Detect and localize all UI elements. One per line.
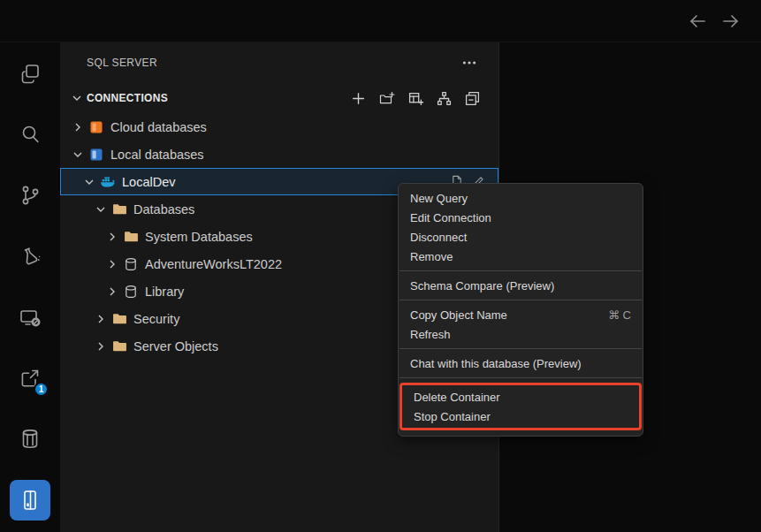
sidebar-header: SQL SERVER [60,42,498,83]
tree-item-label: Databases [133,202,194,217]
menu-item-remove[interactable]: Remove [399,247,643,266]
menu-item-schema-compare[interactable]: Schema Compare (Preview) [399,276,643,295]
connections-section-header[interactable]: CONNECTIONS [60,83,498,113]
connect-icon[interactable] [436,90,453,107]
tree-item-label: LocalDev [122,175,175,189]
chevron-right-icon[interactable] [104,285,120,299]
folder-icon [110,311,128,326]
annotation-highlight-box: Delete Container Stop Container [400,383,642,430]
chevron-right-icon[interactable] [93,312,109,326]
database-icon [122,257,140,271]
menu-item-disconnect[interactable]: Disconnect [399,227,643,247]
source-control-icon[interactable] [0,164,60,225]
shortcut-hint: ⌘ C [608,308,631,322]
menu-item-copy-object-name[interactable]: Copy Object Name ⌘ C [399,305,643,324]
chevron-right-icon[interactable] [104,230,120,244]
menu-separator [400,300,642,300]
forward-arrow-icon[interactable] [720,11,742,32]
search-icon[interactable] [0,103,60,164]
menu-item-chat-with-database[interactable]: Chat with this database (Preview) [399,353,643,373]
remote-screen-icon[interactable] [0,286,60,347]
menu-separator [400,348,642,349]
new-connection-group-icon[interactable] [378,90,396,107]
chevron-down-icon [69,91,85,105]
tree-item-label: Security [133,312,179,326]
beaker-icon[interactable] [0,225,60,286]
section-toolbar [350,90,481,107]
menu-item-refresh[interactable]: Refresh [399,324,643,344]
activity-bar: 1 [0,42,60,532]
new-server-group-icon[interactable] [407,90,424,107]
folder-icon [110,201,128,217]
add-connection-icon[interactable] [350,90,367,107]
chevron-right-icon[interactable] [70,120,86,134]
chevron-right-icon[interactable] [104,257,120,271]
database-icon [122,285,140,299]
menu-item-edit-connection[interactable]: Edit Connection [399,208,643,227]
tree-item-label: Cloud databases [110,120,207,134]
tree-item-label: Local databases [110,148,204,162]
back-arrow-icon[interactable] [687,11,708,32]
chevron-down-icon[interactable] [70,148,86,162]
folder-icon [110,338,128,353]
docker-icon [99,175,117,188]
folder-icon [122,229,140,244]
app-window: 1 SQL SERVER CONNECTIONS [0,0,761,532]
section-label: CONNECTIONS [87,92,168,104]
more-actions-icon[interactable] [461,55,477,71]
cloud-database-icon [88,120,105,134]
container-barrel-icon[interactable] [0,408,60,469]
sql-server-icon[interactable] [0,469,60,530]
copy-icon[interactable] [0,42,60,103]
export-box-icon[interactable]: 1 [0,347,60,408]
title-bar [0,0,761,42]
context-menu: New Query Edit Connection Disconnect Rem… [398,183,643,437]
tree-item-label: Library [145,285,184,299]
menu-separator [400,270,642,271]
chevron-down-icon[interactable] [93,202,109,217]
local-database-icon [88,148,105,162]
tree-item-label: AdventureWorksLT2022 [145,257,282,271]
tree-item-label: System Databases [145,230,253,244]
chevron-down-icon[interactable] [81,175,97,189]
panel-title: SQL SERVER [87,57,461,69]
tree-item-local-databases[interactable]: Local databases [60,141,498,168]
menu-item-delete-container[interactable]: Delete Container [402,387,639,407]
collapse-all-icon[interactable] [464,90,481,107]
tree-item-cloud-databases[interactable]: Cloud databases [60,113,498,141]
menu-item-stop-container[interactable]: Stop Container [402,407,639,426]
badge-count: 1 [34,382,49,397]
menu-separator [400,377,642,378]
tree-item-label: Server Objects [133,339,218,353]
menu-item-new-query[interactable]: New Query [399,188,643,208]
chevron-right-icon[interactable] [93,339,109,353]
